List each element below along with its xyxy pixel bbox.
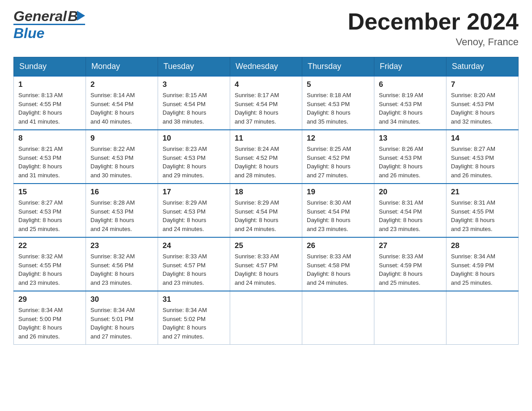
calendar-week-row: 22Sunrise: 8:32 AMSunset: 4:55 PMDayligh… [14, 237, 519, 291]
day-info: Sunrise: 8:24 AMSunset: 4:52 PMDaylight:… [235, 145, 297, 180]
day-number: 27 [379, 241, 442, 250]
day-info: Sunrise: 8:31 AMSunset: 4:55 PMDaylight:… [451, 198, 514, 233]
calendar-title: December 2024 [348, 9, 519, 34]
day-info: Sunrise: 8:13 AMSunset: 4:55 PMDaylight:… [18, 91, 81, 126]
day-info: Sunrise: 8:33 AMSunset: 4:58 PMDaylight:… [307, 252, 369, 287]
day-info: Sunrise: 8:19 AMSunset: 4:53 PMDaylight:… [379, 91, 442, 126]
calendar-day-cell: 17Sunrise: 8:29 AMSunset: 4:53 PMDayligh… [158, 184, 230, 237]
day-number: 11 [235, 134, 297, 143]
day-info: Sunrise: 8:18 AMSunset: 4:53 PMDaylight:… [307, 91, 369, 126]
svg-marker-0 [77, 11, 85, 21]
day-info: Sunrise: 8:28 AMSunset: 4:53 PMDaylight:… [90, 198, 153, 233]
calendar-week-row: 1Sunrise: 8:13 AMSunset: 4:55 PMDaylight… [14, 76, 519, 130]
day-number: 29 [18, 295, 81, 304]
day-info: Sunrise: 8:14 AMSunset: 4:54 PMDaylight:… [90, 91, 153, 126]
day-number: 9 [90, 134, 153, 143]
day-info: Sunrise: 8:23 AMSunset: 4:53 PMDaylight:… [163, 145, 225, 180]
day-info: Sunrise: 8:34 AMSunset: 5:02 PMDaylight:… [163, 306, 225, 341]
calendar-day-cell: 16Sunrise: 8:28 AMSunset: 4:53 PMDayligh… [86, 184, 158, 237]
calendar-day-cell [302, 291, 374, 345]
day-number: 26 [307, 241, 369, 250]
weekday-header: Friday [374, 57, 446, 77]
calendar-week-row: 29Sunrise: 8:34 AMSunset: 5:00 PMDayligh… [14, 291, 519, 345]
calendar-day-cell [230, 291, 302, 345]
day-info: Sunrise: 8:33 AMSunset: 4:57 PMDaylight:… [163, 252, 225, 287]
day-number: 2 [90, 80, 153, 89]
calendar-day-cell: 31Sunrise: 8:34 AMSunset: 5:02 PMDayligh… [158, 291, 230, 345]
day-info: Sunrise: 8:20 AMSunset: 4:53 PMDaylight:… [451, 91, 514, 126]
calendar-week-row: 8Sunrise: 8:21 AMSunset: 4:53 PMDaylight… [14, 130, 519, 184]
calendar-day-cell: 2Sunrise: 8:14 AMSunset: 4:54 PMDaylight… [86, 76, 158, 130]
calendar-day-cell: 18Sunrise: 8:29 AMSunset: 4:54 PMDayligh… [230, 184, 302, 237]
calendar-day-cell: 14Sunrise: 8:27 AMSunset: 4:53 PMDayligh… [446, 130, 519, 184]
calendar-day-cell: 7Sunrise: 8:20 AMSunset: 4:53 PMDaylight… [446, 76, 519, 130]
day-info: Sunrise: 8:34 AMSunset: 4:59 PMDaylight:… [451, 252, 514, 287]
calendar-day-cell: 25Sunrise: 8:33 AMSunset: 4:57 PMDayligh… [230, 237, 302, 291]
calendar-subtitle: Venoy, France [348, 36, 519, 48]
weekday-header: Wednesday [230, 57, 302, 77]
day-info: Sunrise: 8:32 AMSunset: 4:56 PMDaylight:… [90, 252, 153, 287]
day-number: 19 [307, 188, 369, 197]
day-info: Sunrise: 8:27 AMSunset: 4:53 PMDaylight:… [451, 145, 514, 180]
calendar-day-cell: 10Sunrise: 8:23 AMSunset: 4:53 PMDayligh… [158, 130, 230, 184]
weekday-header: Saturday [446, 57, 519, 77]
day-number: 31 [163, 295, 225, 304]
day-info: Sunrise: 8:29 AMSunset: 4:54 PMDaylight:… [235, 198, 297, 233]
weekday-header: Monday [86, 57, 158, 77]
calendar-day-cell: 6Sunrise: 8:19 AMSunset: 4:53 PMDaylight… [374, 76, 446, 130]
day-number: 12 [307, 134, 369, 143]
day-info: Sunrise: 8:15 AMSunset: 4:54 PMDaylight:… [163, 91, 225, 126]
calendar-day-cell: 26Sunrise: 8:33 AMSunset: 4:58 PMDayligh… [302, 237, 374, 291]
day-info: Sunrise: 8:31 AMSunset: 4:54 PMDaylight:… [379, 198, 442, 233]
day-info: Sunrise: 8:27 AMSunset: 4:53 PMDaylight:… [18, 198, 81, 233]
day-info: Sunrise: 8:29 AMSunset: 4:53 PMDaylight:… [163, 198, 225, 233]
calendar-day-cell: 11Sunrise: 8:24 AMSunset: 4:52 PMDayligh… [230, 130, 302, 184]
day-number: 18 [235, 188, 297, 197]
day-number: 5 [307, 80, 369, 89]
day-number: 7 [451, 80, 514, 89]
logo-blue: Blue [13, 26, 44, 40]
day-info: Sunrise: 8:21 AMSunset: 4:53 PMDaylight:… [18, 145, 81, 180]
page-header: General B Blue December 2024 Venoy, Fran… [13, 9, 519, 48]
day-info: Sunrise: 8:34 AMSunset: 5:00 PMDaylight:… [18, 306, 81, 341]
day-info: Sunrise: 8:33 AMSunset: 4:57 PMDaylight:… [235, 252, 297, 287]
weekday-header: Sunday [14, 57, 86, 77]
day-number: 21 [451, 188, 514, 197]
day-number: 3 [163, 80, 225, 89]
calendar-day-cell: 21Sunrise: 8:31 AMSunset: 4:55 PMDayligh… [446, 184, 519, 237]
day-number: 23 [90, 241, 153, 250]
calendar-table: SundayMondayTuesdayWednesdayThursdayFrid… [13, 57, 519, 345]
day-info: Sunrise: 8:34 AMSunset: 5:01 PMDaylight:… [90, 306, 153, 341]
calendar-day-cell: 5Sunrise: 8:18 AMSunset: 4:53 PMDaylight… [302, 76, 374, 130]
day-info: Sunrise: 8:26 AMSunset: 4:53 PMDaylight:… [379, 145, 442, 180]
day-number: 22 [18, 241, 81, 250]
day-number: 25 [235, 241, 297, 250]
day-number: 20 [379, 188, 442, 197]
day-info: Sunrise: 8:32 AMSunset: 4:55 PMDaylight:… [18, 252, 81, 287]
calendar-day-cell: 20Sunrise: 8:31 AMSunset: 4:54 PMDayligh… [374, 184, 446, 237]
logo-general: General [13, 9, 67, 23]
calendar-week-row: 15Sunrise: 8:27 AMSunset: 4:53 PMDayligh… [14, 184, 519, 237]
day-number: 16 [90, 188, 153, 197]
day-number: 28 [451, 241, 514, 250]
calendar-day-cell [374, 291, 446, 345]
calendar-day-cell [446, 291, 519, 345]
day-number: 14 [451, 134, 514, 143]
calendar-day-cell: 8Sunrise: 8:21 AMSunset: 4:53 PMDaylight… [14, 130, 86, 184]
calendar-day-cell: 9Sunrise: 8:22 AMSunset: 4:53 PMDaylight… [86, 130, 158, 184]
calendar-day-cell: 28Sunrise: 8:34 AMSunset: 4:59 PMDayligh… [446, 237, 519, 291]
day-number: 6 [379, 80, 442, 89]
day-number: 10 [163, 134, 225, 143]
calendar-day-cell: 19Sunrise: 8:30 AMSunset: 4:54 PMDayligh… [302, 184, 374, 237]
calendar-day-cell: 1Sunrise: 8:13 AMSunset: 4:55 PMDaylight… [14, 76, 86, 130]
logo: General B Blue [13, 9, 85, 40]
day-number: 8 [18, 134, 81, 143]
title-area: December 2024 Venoy, France [348, 9, 519, 48]
calendar-day-cell: 23Sunrise: 8:32 AMSunset: 4:56 PMDayligh… [86, 237, 158, 291]
weekday-header: Thursday [302, 57, 374, 77]
day-number: 17 [163, 188, 225, 197]
calendar-day-cell: 15Sunrise: 8:27 AMSunset: 4:53 PMDayligh… [14, 184, 86, 237]
calendar-day-cell: 30Sunrise: 8:34 AMSunset: 5:01 PMDayligh… [86, 291, 158, 345]
day-number: 13 [379, 134, 442, 143]
calendar-day-cell: 24Sunrise: 8:33 AMSunset: 4:57 PMDayligh… [158, 237, 230, 291]
